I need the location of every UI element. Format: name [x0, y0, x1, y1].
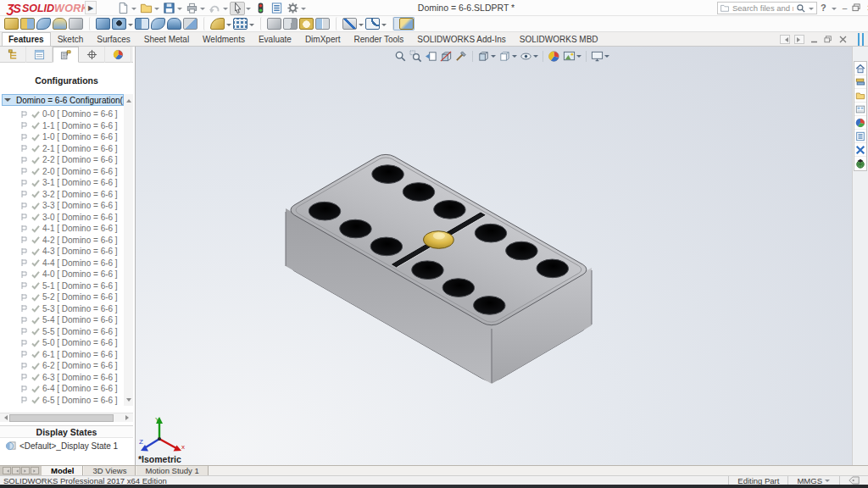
- select-button[interactable]: [230, 2, 245, 15]
- configuration-item[interactable]: 1-1 [ Domino = 6-6 ]: [0, 120, 124, 132]
- property-manager-tab[interactable]: [26, 47, 53, 63]
- solidworks-resources-icon[interactable]: [854, 62, 866, 75]
- last-tab-button[interactable]: [31, 467, 39, 474]
- file-properties-button[interactable]: [269, 2, 284, 15]
- configuration-item[interactable]: 5-1 [ Domino = 6-6 ]: [0, 280, 124, 292]
- boundary-boss-base-button[interactable]: [68, 17, 84, 30]
- print-caret[interactable]: [200, 8, 205, 13]
- configuration-item[interactable]: 6-4 [ Domino = 6-6 ]: [0, 383, 124, 395]
- rebuild-button[interactable]: [253, 2, 268, 15]
- solidworks-forum-icon[interactable]: [854, 143, 866, 157]
- swept-boss-base-button[interactable]: [36, 17, 52, 30]
- tab-features[interactable]: Features: [2, 32, 51, 46]
- scroll-up-button[interactable]: [124, 94, 133, 104]
- hole-wizard-button[interactable]: [111, 17, 134, 30]
- configuration-item[interactable]: 6-1 [ Domino = 6-6 ]: [0, 349, 124, 361]
- open-button[interactable]: [138, 2, 153, 15]
- scroll-left-button[interactable]: [0, 413, 9, 423]
- boundary-cut-button[interactable]: [182, 17, 198, 30]
- linear-pattern-button[interactable]: [232, 17, 255, 30]
- tag-icon[interactable]: [839, 476, 868, 485]
- options-caret[interactable]: [301, 8, 306, 13]
- edit-appearance-button[interactable]: [548, 50, 560, 63]
- swept-cut-button[interactable]: [150, 17, 166, 30]
- view-palette-icon[interactable]: [854, 103, 866, 116]
- fillet-button[interactable]: [203, 17, 232, 30]
- tab-solidworks-mbd[interactable]: SOLIDWORKS MBD: [513, 32, 605, 46]
- shell-button[interactable]: [298, 17, 314, 30]
- doc-tab-3d-views[interactable]: 3D Views: [83, 466, 136, 475]
- configuration-item[interactable]: 3-3 [ Domino = 6-6 ]: [0, 200, 124, 212]
- configuration-item[interactable]: 4-2 [ Domino = 6-6 ]: [0, 235, 124, 247]
- revolved-cut-button[interactable]: [134, 17, 150, 30]
- previous-pane-button[interactable]: [780, 35, 790, 44]
- tab-sketch[interactable]: Sketch: [51, 32, 91, 46]
- configuration-item[interactable]: 5-5 [ Domino = 6-6 ]: [0, 326, 124, 338]
- expand-collapse-icon[interactable]: [4, 98, 11, 105]
- display-state-item[interactable]: <Default>_Display State 1: [5, 441, 118, 451]
- hide-show-items-button[interactable]: [520, 50, 538, 63]
- curves-button[interactable]: [364, 17, 387, 30]
- extruded-boss-base-button[interactable]: [3, 17, 19, 30]
- design-library-icon[interactable]: [854, 75, 866, 89]
- configuration-item[interactable]: 0-0 [ Domino = 6-6 ]: [0, 108, 124, 120]
- search-icon[interactable]: [796, 3, 806, 14]
- configuration-item[interactable]: 2-2 [ Domino = 6-6 ]: [0, 154, 124, 166]
- dimxpert-manager-tab[interactable]: [79, 47, 105, 63]
- configuration-item[interactable]: 5-4 [ Domino = 6-6 ]: [0, 314, 124, 326]
- configuration-item[interactable]: 3-0 [ Domino = 6-6 ]: [0, 212, 124, 224]
- configuration-item[interactable]: 6-5 [ Domino = 6-6 ]: [0, 395, 124, 407]
- configuration-item[interactable]: 3-1 [ Domino = 6-6 ]: [0, 177, 124, 189]
- save-button[interactable]: [161, 2, 176, 15]
- tree-horizontal-scrollbar[interactable]: [0, 413, 133, 422]
- section-view-button[interactable]: [440, 50, 453, 63]
- display-style-button[interactable]: [498, 50, 517, 63]
- configuration-item[interactable]: 3-2 [ Domino = 6-6 ]: [0, 189, 124, 201]
- configuration-item[interactable]: 5-0 [ Domino = 6-6 ]: [0, 337, 124, 349]
- hscroll-thumb[interactable]: [9, 414, 114, 422]
- minimize-button[interactable]: –: [843, 3, 848, 13]
- tab-surfaces[interactable]: Surfaces: [90, 32, 136, 46]
- domino-3d-model[interactable]: [136, 47, 852, 465]
- previous-view-button[interactable]: [425, 50, 437, 63]
- configuration-item[interactable]: 5-3 [ Domino = 6-6 ]: [0, 303, 124, 315]
- help-button[interactable]: ?: [821, 3, 826, 13]
- configuration-item[interactable]: 4-0 [ Domino = 6-6 ]: [0, 269, 124, 280]
- tab-render-tools[interactable]: Render Tools: [348, 32, 411, 46]
- draft-button[interactable]: [282, 17, 298, 30]
- mirror-button[interactable]: [314, 17, 331, 30]
- prev-tab-button[interactable]: [12, 467, 20, 474]
- lofted-cut-button[interactable]: [166, 17, 182, 30]
- extruded-cut-button[interactable]: [89, 17, 111, 30]
- next-pane-button[interactable]: [794, 35, 804, 44]
- search-input[interactable]: [732, 3, 793, 13]
- doc-tab-model[interactable]: Model: [42, 466, 83, 475]
- new-caret[interactable]: [131, 8, 136, 13]
- search-caret[interactable]: [809, 8, 814, 13]
- tab-evaluate[interactable]: Evaluate: [252, 32, 298, 46]
- print-button[interactable]: [184, 2, 199, 15]
- doc-restore-button[interactable]: [823, 35, 833, 44]
- tab-weldments[interactable]: Weldments: [196, 32, 252, 46]
- dynamic-annotation-views-button[interactable]: [455, 50, 468, 63]
- doc-tab-motion-study-1[interactable]: Motion Study 1: [136, 466, 208, 475]
- configuration-item[interactable]: 5-2 [ Domino = 6-6 ]: [0, 291, 124, 303]
- restore-button[interactable]: [852, 3, 861, 12]
- appearances-scenes-icon[interactable]: [854, 116, 866, 130]
- tab-dimxpert[interactable]: DimXpert: [298, 32, 348, 46]
- menu-flyout-button[interactable]: ▶: [85, 1, 97, 14]
- save-caret[interactable]: [177, 8, 182, 13]
- reference-geometry-button[interactable]: [336, 17, 364, 30]
- doc-minimize-button[interactable]: [809, 35, 819, 44]
- tab-sheet-metal[interactable]: Sheet Metal: [137, 32, 196, 46]
- rib-button[interactable]: [260, 17, 282, 30]
- display-manager-tab[interactable]: [105, 47, 131, 63]
- configuration-item[interactable]: 2-1 [ Domino = 6-6 ]: [0, 143, 124, 155]
- help-caret[interactable]: [832, 8, 837, 13]
- options-button[interactable]: [285, 2, 300, 15]
- zoom-to-area-button[interactable]: [409, 50, 422, 63]
- select-caret[interactable]: [246, 8, 251, 13]
- configuration-manager-tab[interactable]: [53, 47, 79, 63]
- first-tab-button[interactable]: [3, 467, 11, 474]
- lofted-boss-base-button[interactable]: [52, 17, 68, 30]
